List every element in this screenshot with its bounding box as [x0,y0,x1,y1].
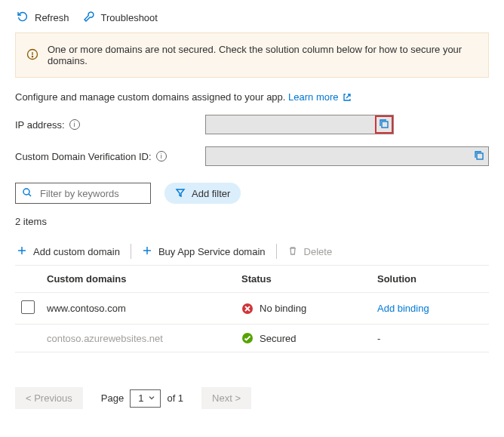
page-current: 1 [138,392,143,404]
filter-icon [175,187,186,200]
row-checkbox[interactable] [21,300,35,314]
svg-rect-4 [477,153,483,159]
info-icon[interactable]: i [69,119,80,130]
column-status: Status [241,273,377,285]
plus-icon [17,245,27,258]
column-solution: Solution [377,273,483,285]
refresh-button[interactable]: Refresh [17,11,69,25]
info-icon[interactable]: i [156,151,167,162]
next-button: Next > [201,387,251,409]
intro-text-row: Configure and manage custom domains assi… [15,91,489,103]
cell-status: Secured [260,333,296,344]
warning-text: One or more domains are not secured. Che… [48,44,478,66]
troubleshoot-label: Troubleshoot [101,12,158,23]
svg-point-2 [32,56,32,57]
svg-point-5 [23,189,29,195]
column-domain: Custom domains [47,273,241,285]
add-custom-domain-button[interactable]: Add custom domain [17,245,120,258]
warning-banner: One or more domains are not secured. Che… [15,32,489,78]
page-of: of 1 [167,392,183,404]
ip-address-label: IP address: [15,119,65,131]
svg-rect-3 [382,122,388,128]
page-label: Page [101,392,124,404]
cell-solution: - [377,333,483,344]
learn-more-label: Learn more [288,91,338,103]
intro-text: Configure and manage custom domains assi… [15,91,285,103]
copy-ip-button[interactable] [376,117,392,132]
verification-id-label: Custom Domain Verification ID: [15,151,152,162]
trash-icon [287,245,298,258]
add-binding-link[interactable]: Add binding [377,303,429,314]
search-input[interactable] [38,187,144,200]
ip-address-field [205,115,394,134]
next-label: Next > [212,392,241,404]
add-custom-domain-label: Add custom domain [33,246,120,257]
filter-bar: Add filter [15,183,489,204]
pagination: < Previous Page 1 of 1 Next > [15,387,489,409]
refresh-label: Refresh [35,12,69,23]
page-select[interactable]: 1 [130,389,161,408]
table-row: www.contoso.com No binding Add binding [15,293,489,325]
previous-label: < Previous [26,392,72,404]
table-header: Custom domains Status Solution [15,265,489,293]
table-actions: Add custom domain Buy App Service domain… [15,238,489,265]
search-box[interactable] [15,183,151,204]
copy-verification-id-button[interactable] [472,149,487,164]
table-row: contoso.azurewebsites.net Secured - [15,325,489,352]
cell-domain: contoso.azurewebsites.net [47,333,241,344]
learn-more-link[interactable]: Learn more [288,91,352,103]
page-indicator: Page 1 of 1 [101,389,183,408]
chevron-down-icon [148,392,155,404]
wrench-icon [83,11,95,25]
buy-domain-button[interactable]: Buy App Service domain [142,245,266,258]
external-link-icon [341,91,352,103]
plus-icon [142,245,152,258]
divider [131,244,131,259]
toolbar: Refresh Troubleshoot [15,8,489,32]
verification-id-row: Custom Domain Verification ID: i [15,146,489,166]
warning-icon [26,48,38,63]
refresh-icon [17,11,29,25]
success-icon [241,332,254,344]
add-filter-button[interactable]: Add filter [164,183,241,204]
item-count: 2 items [15,216,489,227]
verification-id-field [205,146,489,166]
delete-button: Delete [287,245,333,258]
copy-icon [474,150,484,163]
search-icon [22,187,32,200]
buy-domain-label: Buy App Service domain [158,246,266,257]
cell-status: No binding [260,303,306,314]
error-icon [241,303,254,315]
previous-button: < Previous [15,387,83,409]
add-filter-label: Add filter [192,188,230,199]
cell-domain: www.contoso.com [47,303,241,314]
troubleshoot-button[interactable]: Troubleshoot [83,11,158,25]
copy-icon [379,118,389,131]
delete-label: Delete [304,246,333,257]
svg-line-6 [29,194,31,196]
ip-address-row: IP address: i [15,115,489,134]
divider [276,244,277,259]
domains-table: Custom domains Status Solution www.conto… [15,265,489,352]
